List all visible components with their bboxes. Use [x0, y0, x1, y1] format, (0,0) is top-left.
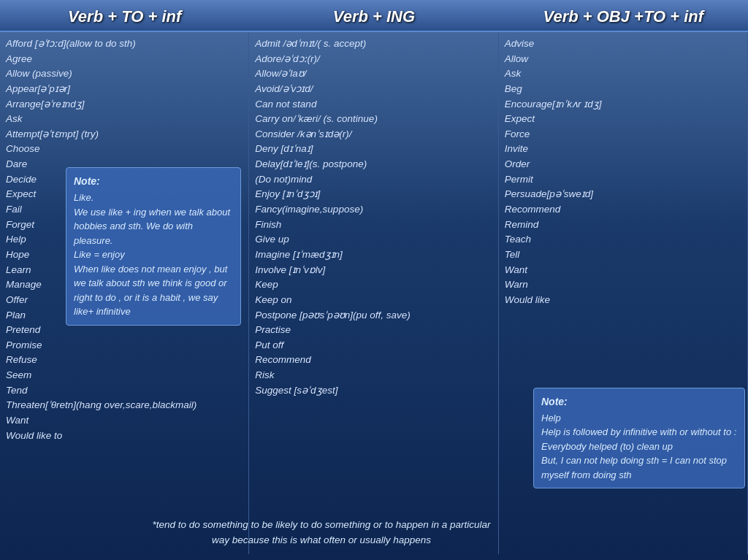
list-item: Ask: [505, 66, 741, 82]
list-item: Admit /ədˈmɪt/( s. accept): [255, 37, 492, 52]
list-item: (Do not)mind: [255, 172, 492, 188]
note-left-line1: Like.: [74, 192, 94, 203]
list-item: Remind: [505, 218, 741, 233]
list-item: Appear[əˈpɪər]: [6, 82, 243, 97]
list-item: Deny [dɪˈnaɪ]: [255, 142, 492, 157]
list-item: Postpone [pəʊsˈpəʊn](pu off, save): [255, 308, 492, 323]
list-item: Risk: [255, 368, 492, 383]
list-item: Carry on/ˈkæri/ (s. continue): [255, 112, 492, 127]
list-item: Afford [əˈfɔːd](allow to do sth): [6, 37, 243, 52]
note-left-line2: We use like + ing when we talk about hob…: [74, 207, 230, 246]
note-left: Note: Like. We use like + ing when we ta…: [66, 167, 241, 326]
list-item: Keep on: [255, 293, 492, 308]
list-item: Would like to: [6, 429, 243, 444]
list-item: Seem: [6, 368, 243, 383]
list-item: Imagine [ɪˈmædʒɪn]: [255, 248, 492, 263]
list-item: Want: [6, 413, 243, 429]
list-item: Threaten[ˈθretn](hang over,scare,blackma…: [6, 398, 243, 413]
note-right: Note: Help Help is followed by infinitiv…: [533, 388, 745, 489]
note-right-title: Note:: [541, 394, 737, 410]
header-col3: Verb + OBJ +TO + inf: [499, 7, 748, 26]
note-right-line1: Help: [541, 413, 561, 423]
list-item: Attempt[əˈtɛmpt] (try): [6, 127, 243, 142]
list-item: Allow: [505, 52, 741, 67]
list-item: Expect: [505, 112, 741, 127]
list-item: Invite: [505, 142, 741, 157]
list-item: Keep: [255, 277, 492, 293]
list-item: Finish: [255, 218, 492, 233]
list-item: Force: [505, 127, 741, 142]
list-item: Recommend: [505, 202, 741, 218]
list-item: Practise: [255, 323, 492, 338]
list-item: Beg: [505, 82, 741, 97]
list-item: Recommend: [255, 353, 492, 368]
list-item: Tend: [6, 383, 243, 399]
list-item: Teach: [505, 232, 741, 248]
list-item: Allow (passive): [6, 66, 243, 82]
note-left-line4: When like does not mean enjoy , but we t…: [74, 264, 227, 318]
list-item: Suggest [səˈdʒest]: [255, 383, 492, 399]
list-item: Fancy(imagine,suppose): [255, 202, 492, 218]
list-item: Enjoy [ɪnˈdʒɔɪ]: [255, 187, 492, 202]
note-right-line3: But, I can not help doing sth = I can no…: [541, 455, 727, 480]
list-item: Persuade[pəˈsweɪd]: [505, 187, 741, 202]
list-item: Would like: [505, 293, 741, 308]
list-item: Put off: [255, 338, 492, 353]
list-item: Promise: [6, 338, 243, 353]
list-item: Involve [ɪnˈvɒlv]: [255, 263, 492, 278]
list-item: Refuse: [6, 353, 243, 368]
footer-note: *tend to do something to be likely to do…: [146, 517, 497, 548]
list-item: Ask: [6, 112, 243, 127]
list-item: Consider /kənˈsɪdə(r)/: [255, 127, 492, 142]
list-item: Advise: [505, 37, 741, 52]
list-item: Avoid/əˈvɔɪd/: [255, 82, 492, 97]
list-item: Delay[dɪˈleɪ](s. postpone): [255, 157, 492, 172]
list-item: Give up: [255, 232, 492, 248]
list-item: Adore/əˈdɔː(r)/: [255, 52, 492, 67]
list-item: Agree: [6, 52, 243, 67]
list-item: Arrange[əˈreɪndʒ]: [6, 97, 243, 112]
list-item: Warn: [505, 277, 741, 293]
list-item: Choose: [6, 142, 243, 157]
list-item: Tell: [505, 248, 741, 263]
list-item: Order: [505, 157, 741, 172]
header-col1: Verb + TO + inf: [0, 7, 249, 26]
note-right-line2: Help is followed by infinitive with or w…: [541, 426, 736, 452]
header-col2: Verb + ING: [249, 7, 498, 26]
list-item: Encourage[ɪnˈkʌr ɪdʒ]: [505, 97, 741, 112]
note-left-title: Note:: [74, 174, 233, 189]
list-item: Want: [505, 263, 741, 278]
col2: Admit /ədˈmɪt/( s. accept)Adore/əˈdɔː(r)…: [249, 32, 498, 554]
list-item: Can not stand: [255, 97, 492, 112]
list-item: Allow/əˈlaʊ/: [255, 66, 492, 82]
header-row: Verb + TO + inf Verb + ING Verb + OBJ +T…: [0, 0, 748, 32]
list-item: Permit: [505, 172, 741, 188]
note-left-line3: Like = enjoy: [74, 249, 125, 260]
columns-row: Afford [əˈfɔːd](allow to do sth)AgreeAll…: [0, 32, 748, 554]
